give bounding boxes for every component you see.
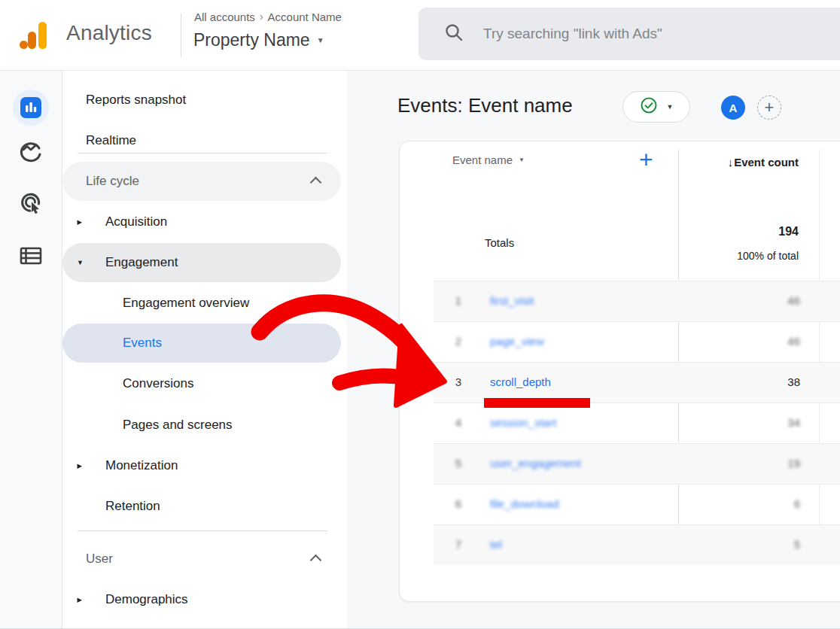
sidebar-divider — [78, 530, 327, 531]
totals-label: Totals — [485, 236, 514, 249]
event-name-link[interactable]: user_engagement — [490, 443, 581, 484]
sidebar-item-conversions[interactable]: Conversions — [62, 364, 341, 403]
avatar[interactable]: A — [721, 96, 745, 120]
red-underline-annotation — [484, 398, 590, 408]
table-row: 1 first_visit 46 — [400, 281, 840, 321]
table-row: 4 session_start 34 — [400, 403, 840, 443]
sidebar-item-label: Retention — [105, 499, 160, 514]
data-quality-dropdown[interactable]: ▼ — [622, 91, 690, 123]
sidebar-divider — [78, 153, 327, 153]
event-name-link[interactable]: scroll_depth — [490, 362, 551, 403]
top-header: Analytics All accounts › Account Name Pr… — [0, 0, 840, 71]
sidebar-item-label: Engagement — [105, 255, 178, 270]
sidebar-section-label: Life cycle — [86, 174, 139, 189]
app-window: Analytics All accounts › Account Name Pr… — [0, 0, 840, 629]
row-index: 7 — [449, 524, 467, 565]
event-count-value: 19 — [787, 443, 800, 484]
chevron-down-icon: ▼ — [317, 36, 324, 44]
property-selector[interactable]: Property Name ▼ — [193, 30, 324, 50]
advertising-nav-icon[interactable] — [18, 190, 44, 215]
sidebar-item-label: Events — [123, 336, 162, 351]
breadcrumb-chevron-icon: › — [260, 11, 263, 23]
row-index: 4 — [449, 403, 467, 443]
event-count-value: 5 — [794, 524, 800, 565]
event-name-link[interactable]: session_start — [490, 403, 556, 443]
event-name-link[interactable]: tel — [490, 524, 502, 565]
add-account-button[interactable]: + — [757, 96, 781, 120]
sidebar-section-life-cycle[interactable]: Life cycle — [62, 162, 341, 201]
event-count-value: 6 — [794, 484, 800, 524]
add-column-button[interactable]: + — [639, 144, 653, 175]
event-count-value: 34 — [787, 403, 800, 443]
events-table-body: 1 first_visit 46 2 page_view 46 3 scroll… — [400, 281, 840, 565]
metric-column-label: Event count — [734, 156, 799, 169]
expand-right-icon[interactable]: ▶ — [78, 218, 83, 225]
sidebar-item-label: Engagement overview — [123, 296, 249, 311]
sidebar-item-label: Pages and screens — [123, 418, 233, 433]
sidebar-item-acquisition[interactable]: ▶ Acquisition — [62, 202, 341, 242]
table-row: 6 file_download 6 — [400, 484, 840, 524]
row-index: 6 — [449, 484, 467, 524]
sidebar-item-label: Demographics — [105, 592, 188, 607]
search-placeholder: Try searching "link with Ads" — [483, 26, 662, 42]
breadcrumb-all-accounts[interactable]: All accounts — [194, 11, 255, 23]
chevron-down-icon: ▼ — [667, 103, 674, 111]
table-row: 2 page_view 46 — [400, 321, 840, 362]
search-input[interactable]: Try searching "link with Ads" — [418, 8, 840, 60]
sidebar-section-label: User — [86, 552, 113, 567]
header-divider — [181, 14, 181, 57]
expand-down-icon[interactable]: ▼ — [77, 259, 84, 266]
chevron-up-icon — [310, 177, 322, 189]
totals-share: 100% of total — [737, 250, 799, 262]
library-nav-icon[interactable] — [18, 243, 44, 269]
sidebar-item-engagement-overview[interactable]: Engagement overview — [62, 284, 341, 323]
row-index: 2 — [449, 321, 467, 362]
event-count-value: 46 — [787, 281, 800, 321]
expand-right-icon[interactable]: ▶ — [78, 596, 83, 603]
sidebar-item-label: Acquisition — [105, 214, 167, 229]
sidebar-item-label: Monetization — [105, 458, 178, 473]
totals-value: 194 — [778, 225, 799, 239]
table-row: 5 user_engagement 19 — [400, 443, 840, 484]
event-count-value: 46 — [787, 321, 800, 362]
search-icon — [444, 23, 464, 45]
chevron-down-icon: ▼ — [519, 156, 525, 163]
check-circle-icon — [640, 96, 658, 117]
row-index: 3 — [449, 362, 467, 403]
event-count-value: 38 — [787, 362, 800, 403]
sidebar-item-monetization[interactable]: ▶ Monetization — [62, 446, 341, 485]
sidebar-item-demographics[interactable]: ▶ Demographics — [62, 580, 341, 619]
sidebar-item-pages-and-screens[interactable]: Pages and screens — [62, 406, 341, 445]
dimension-column-header[interactable]: Event name ▼ — [452, 153, 525, 166]
sidebar-item-realtime[interactable]: Realtime — [62, 121, 341, 160]
reports-sidebar: Reports snapshot Realtime Life cycle ▶ A… — [62, 71, 347, 629]
sidebar-section-user[interactable]: User — [62, 539, 341, 579]
event-name-link[interactable]: file_download — [490, 484, 559, 524]
sidebar-item-label: Conversions — [123, 376, 194, 391]
sidebar-item-label: Realtime — [86, 133, 136, 148]
breadcrumb: All accounts › Account Name — [194, 11, 342, 23]
left-icon-rail — [0, 71, 62, 629]
metric-column-header[interactable]: ↓ Event count — [728, 156, 799, 169]
explore-nav-icon[interactable] — [18, 139, 44, 165]
page-title: Events: Event name — [397, 94, 573, 117]
property-name-label: Property Name — [193, 30, 310, 50]
google-analytics-logo-icon[interactable] — [18, 20, 48, 50]
event-name-link[interactable]: first_visit — [490, 281, 534, 321]
sidebar-item-events[interactable]: Events — [62, 324, 341, 363]
table-row-scroll-depth: 3 scroll_depth 38 — [400, 362, 840, 403]
reports-nav-icon[interactable] — [13, 90, 49, 126]
sidebar-item-retention[interactable]: Retention — [62, 487, 341, 526]
sidebar-item-label: Reports snapshot — [86, 93, 186, 108]
dimension-column-label: Event name — [452, 153, 513, 166]
event-name-link[interactable]: page_view — [490, 321, 544, 362]
breadcrumb-account-name[interactable]: Account Name — [268, 11, 342, 23]
table-row: 7 tel 5 — [400, 524, 840, 565]
sidebar-item-engagement[interactable]: ▼ Engagement — [62, 243, 341, 282]
expand-right-icon[interactable]: ▶ — [78, 462, 83, 469]
sidebar-item-reports-snapshot[interactable]: Reports snapshot — [62, 81, 341, 120]
row-index: 1 — [449, 281, 467, 321]
row-index: 5 — [449, 443, 467, 484]
events-report-card: Event name ▼ + ↓ Event count Totals 194 … — [399, 141, 840, 602]
chevron-up-icon — [310, 555, 322, 567]
